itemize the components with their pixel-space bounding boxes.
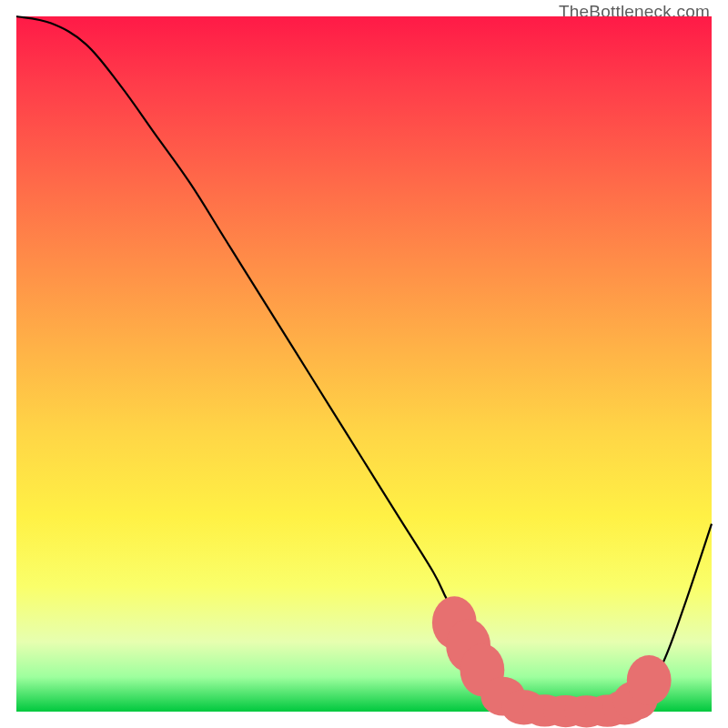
optimal-range-markers	[432, 596, 672, 727]
chart-container: TheBottleneck.com	[0, 0, 728, 728]
curve-svg	[16, 16, 712, 712]
bottleneck-curve	[16, 16, 712, 712]
marker-dot	[627, 655, 672, 705]
plot-area	[16, 16, 712, 712]
